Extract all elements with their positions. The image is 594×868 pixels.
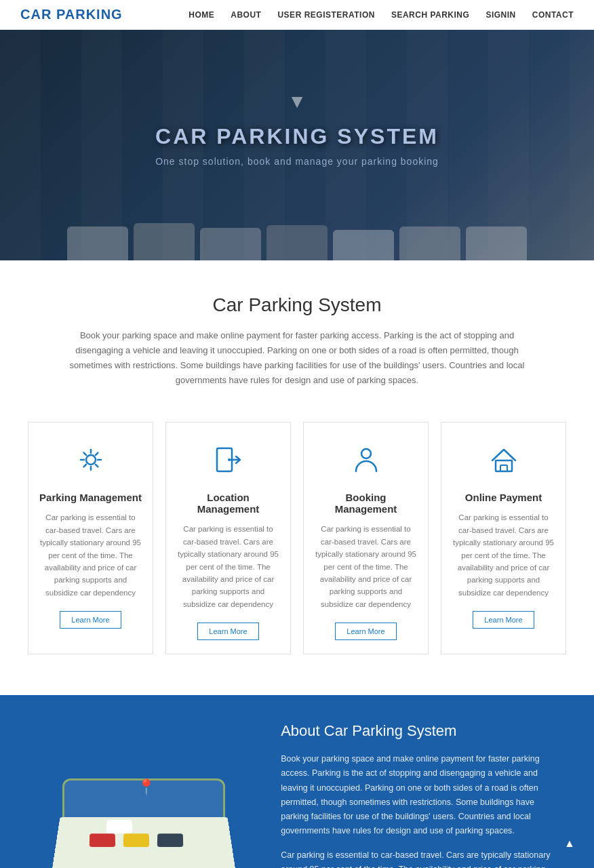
card-location-management: Location Management Car parking is essen…	[165, 422, 291, 654]
header: CAR PARKING HOMEABOUTUSER REGISTERATIONS…	[0, 0, 594, 30]
card-btn-parking-management[interactable]: Learn More	[60, 611, 121, 629]
card-description-location-management: Car parking is essential to car-based tr…	[176, 523, 280, 610]
card-title-online-payment: Online Payment	[465, 492, 542, 503]
about-para2: Car parking is essential to car-based tr…	[281, 848, 560, 868]
nav-item-about[interactable]: ABOUT	[231, 10, 261, 20]
main-nav: HOMEABOUTUSER REGISTERATIONSEARCH PARKIN…	[189, 10, 574, 20]
card-btn-booking-management[interactable]: Learn More	[335, 623, 396, 640]
card-title-parking-management: Parking Management	[39, 492, 142, 503]
card-icon-booking-management	[349, 443, 383, 481]
svg-rect-5	[500, 465, 507, 471]
nav-item-signin[interactable]: SIGNIN	[486, 10, 515, 20]
card-title-booking-management: Booking Management	[314, 492, 418, 515]
svg-point-0	[86, 455, 96, 465]
svg-point-3	[361, 449, 371, 458]
card-icon-parking-management	[74, 443, 108, 481]
hero-arrow-icon: ▼	[288, 91, 306, 113]
card-title-location-management: Location Management	[176, 492, 280, 515]
card-parking-management: Parking Management Car parking is essent…	[28, 422, 153, 654]
about-text-col: About Car Parking System Book your parki…	[267, 695, 594, 868]
card-btn-location-management[interactable]: Learn More	[197, 623, 258, 640]
about-section: 📍 About Car Parking System Book your par…	[0, 695, 594, 868]
nav-item-user-registeration[interactable]: USER REGISTERATION	[277, 10, 374, 20]
card-description-parking-management: Car parking is essential to car-based tr…	[39, 511, 142, 599]
nav-item-contact[interactable]: CONTACT	[532, 10, 574, 20]
card-booking-management: Booking Management Car parking is essent…	[303, 422, 429, 654]
hero-title: CAR PARKING SYSTEM	[155, 124, 439, 149]
card-btn-online-payment[interactable]: Learn More	[473, 611, 534, 629]
card-description-booking-management: Car parking is essential to car-based tr…	[314, 523, 418, 610]
hero-section: ▼ CAR PARKING SYSTEM One stop solution, …	[0, 30, 594, 260]
main-section-title-area: Car Parking System Book your parking spa…	[0, 260, 594, 401]
main-section-description: Book your parking space and make online …	[60, 328, 534, 388]
parking-illustration: 📍	[49, 765, 239, 868]
cards-row: Parking Management Car parking is essent…	[0, 401, 594, 695]
card-icon-online-payment	[487, 443, 521, 481]
card-online-payment: Online Payment Car parking is essential …	[441, 422, 566, 654]
card-icon-location-management	[212, 443, 245, 481]
hero-subtitle: One stop solution, book and manage your …	[155, 156, 439, 167]
main-section-title: Car Parking System	[14, 294, 580, 316]
about-title: About Car Parking System	[281, 722, 560, 740]
svg-point-2	[228, 458, 231, 461]
about-image-col: 📍	[0, 695, 267, 868]
hero-content: CAR PARKING SYSTEM One stop solution, bo…	[155, 124, 439, 167]
location-pin-icon: 📍	[137, 778, 155, 796]
scroll-to-top-button[interactable]: ▲	[559, 833, 580, 854]
nav-item-home[interactable]: HOME	[189, 10, 214, 20]
card-description-online-payment: Car parking is essential to car-based tr…	[452, 511, 555, 599]
about-para1: Book your parking space and make online …	[281, 752, 560, 839]
nav-item-search-parking[interactable]: SEARCH PARKING	[391, 10, 469, 20]
site-logo: CAR PARKING	[20, 7, 123, 22]
